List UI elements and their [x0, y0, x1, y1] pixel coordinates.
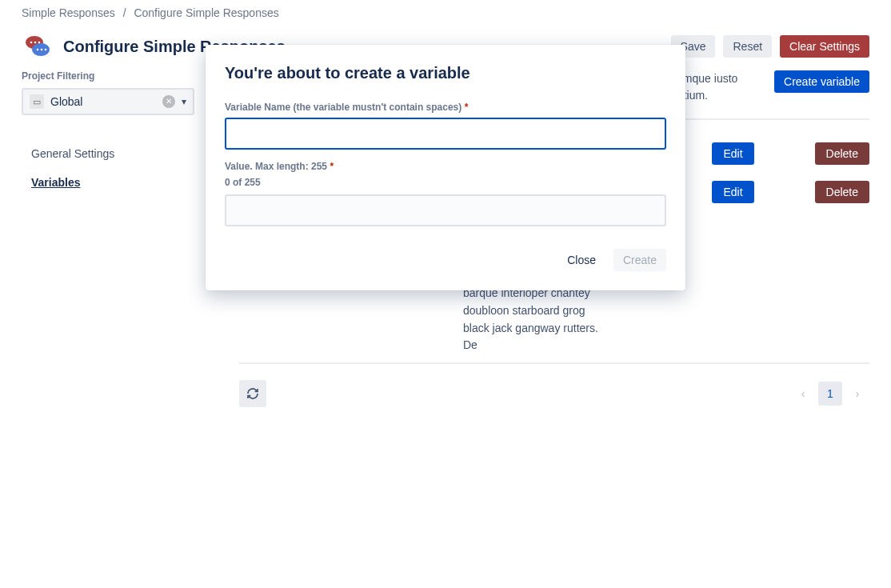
variable-name-input[interactable] [225, 118, 666, 150]
variable-value-label: Value. Max length: 255 * [225, 161, 666, 172]
create-variable-modal: You're about to create a variable Variab… [206, 45, 685, 290]
create-button[interactable]: Create [613, 249, 666, 271]
char-counter: 0 of 255 [225, 177, 666, 188]
variable-name-label: Variable Name (the variable mustn't cont… [225, 102, 666, 113]
variable-value-input[interactable] [225, 194, 666, 226]
close-button[interactable]: Close [559, 249, 604, 271]
modal-overlay: You're about to create a variable Variab… [0, 0, 891, 588]
modal-title: You're about to create a variable [225, 64, 666, 82]
